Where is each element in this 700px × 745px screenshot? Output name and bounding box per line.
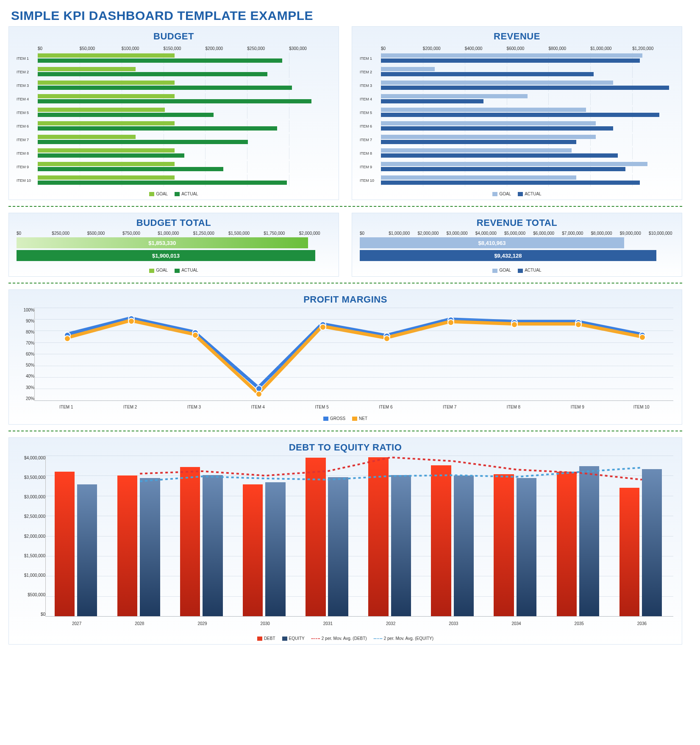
debt-plot (45, 456, 673, 617)
category-label: ITEM 6 (17, 124, 38, 128)
axis-tick: $200,000 (205, 46, 247, 51)
category-label: ITEM 1 (360, 56, 381, 61)
axis-tick: $5,000,000 (504, 231, 533, 236)
bar-goal (38, 162, 175, 166)
bar-actual (381, 113, 659, 117)
bar-goal (381, 121, 596, 125)
revenue-panel: REVENUE $0$200,000$400,000$600,000$800,0… (352, 26, 682, 200)
legend: GOALACTUAL (13, 189, 334, 197)
axis-tick: $750,000 (122, 231, 158, 236)
bar-actual (38, 153, 184, 158)
debt-panel: DEBT TO EQUITY RATIO $4,000,000$3,500,00… (8, 437, 682, 645)
bar-goal (381, 53, 642, 58)
category-label: ITEM 10 (360, 178, 381, 183)
bar-goal (381, 162, 647, 166)
bar-actual (38, 181, 287, 185)
bar-actual (38, 140, 248, 144)
axis-tick: $500,000 (17, 592, 45, 597)
budget-panel: BUDGET $0$50,000$100,000$150,000$200,000… (8, 26, 339, 200)
total-goal-bar: $8,410,963 (360, 237, 624, 248)
category-label: ITEM 6 (360, 124, 381, 128)
axis-tick: 90% (17, 319, 34, 323)
total-goal-bar: $1,853,330 (17, 237, 308, 248)
category-label: ITEM 8 (17, 151, 38, 156)
bar-goal (38, 108, 165, 112)
profit-title: PROFIT MARGINS (13, 294, 678, 305)
bar-goal (381, 67, 435, 71)
line-point (639, 334, 646, 341)
axis-tick: $2,000,000 (417, 231, 446, 236)
bar-actual (38, 99, 311, 103)
axis-tick: $300,000 (289, 46, 331, 51)
axis-tick: $1,000,000 (590, 46, 632, 51)
axis-tick: $50,000 (80, 46, 122, 51)
debt-title: DEBT TO EQUITY RATIO (13, 442, 678, 453)
axis-tick: $800,000 (548, 46, 590, 51)
axis-tick: $3,000,000 (447, 231, 475, 236)
bar-actual (381, 86, 669, 90)
bar-goal (38, 81, 175, 85)
bar-goal (38, 175, 175, 180)
line-point (128, 318, 135, 325)
axis-tick: ITEM 8 (482, 405, 546, 409)
bar-actual (38, 86, 292, 90)
axis-tick: $2,000,000 (17, 534, 45, 539)
axis-tick: $1,500,000 (228, 231, 264, 236)
bar-goal (381, 108, 586, 112)
bar-actual (38, 58, 282, 63)
category-label: ITEM 9 (17, 165, 38, 169)
axis-tick: ITEM 10 (609, 405, 673, 409)
total-actual-bar: $1,900,013 (17, 250, 315, 261)
axis-tick: $8,000,000 (591, 231, 620, 236)
axis-tick: $1,500,000 (17, 553, 45, 558)
axis-tick: $4,000,000 (17, 456, 45, 460)
bar-goal (38, 53, 175, 58)
axis-tick: $0 (360, 231, 389, 236)
bar-actual (38, 72, 267, 76)
line-point (192, 332, 199, 339)
axis-tick: $100,000 (122, 46, 164, 51)
bar-actual (381, 167, 625, 171)
bar-actual (38, 126, 277, 131)
line-point (383, 335, 390, 342)
axis-tick: $0 (38, 46, 80, 51)
axis-tick: $1,000,000 (17, 573, 45, 578)
axis-tick: ITEM 7 (418, 405, 482, 409)
profit-plot (34, 308, 673, 401)
legend: DEBTEQUITY2 per. Mov. Avg. (DEBT)2 per. … (13, 634, 678, 642)
axis-tick: $1,750,000 (264, 231, 299, 236)
axis-tick: ITEM 6 (354, 405, 418, 409)
axis-tick: $3,000,000 (17, 495, 45, 499)
bar-goal (38, 121, 175, 125)
bar-goal (38, 67, 136, 71)
axis-tick: $1,200,000 (632, 46, 674, 51)
revenue-title: REVENUE (356, 31, 678, 42)
axis-tick: $2,000,000 (299, 231, 334, 236)
category-label: ITEM 8 (360, 151, 381, 156)
axis-tick: $0 (17, 231, 52, 236)
divider (8, 206, 682, 207)
axis-tick: ITEM 1 (34, 405, 98, 409)
category-label: ITEM 7 (17, 138, 38, 142)
axis-tick: 2029 (171, 621, 233, 626)
axis-tick: 2028 (108, 621, 171, 626)
axis-tick: $1,000,000 (158, 231, 193, 236)
category-label: ITEM 5 (17, 111, 38, 115)
axis-tick: $150,000 (164, 46, 206, 51)
legend: GOALACTUAL (356, 189, 678, 197)
category-label: ITEM 4 (17, 97, 38, 101)
axis-tick: ITEM 4 (226, 405, 290, 409)
budget-title: BUDGET (13, 31, 334, 42)
divider (8, 431, 682, 431)
category-label: ITEM 2 (360, 70, 381, 74)
revenue-total-panel: REVENUE TOTAL $0$1,000,000$2,000,000$3,0… (352, 213, 682, 276)
axis-tick: $10,000,000 (649, 231, 678, 236)
bar-goal (381, 94, 528, 98)
axis-tick: 70% (17, 341, 34, 345)
axis-tick: 2034 (485, 621, 547, 626)
legend: GROSSNET (13, 414, 678, 422)
revenue-total-title: REVENUE TOTAL (356, 217, 678, 228)
axis-tick: $4,000,000 (475, 231, 504, 236)
bar-actual (381, 99, 483, 103)
bar-actual (38, 167, 223, 171)
